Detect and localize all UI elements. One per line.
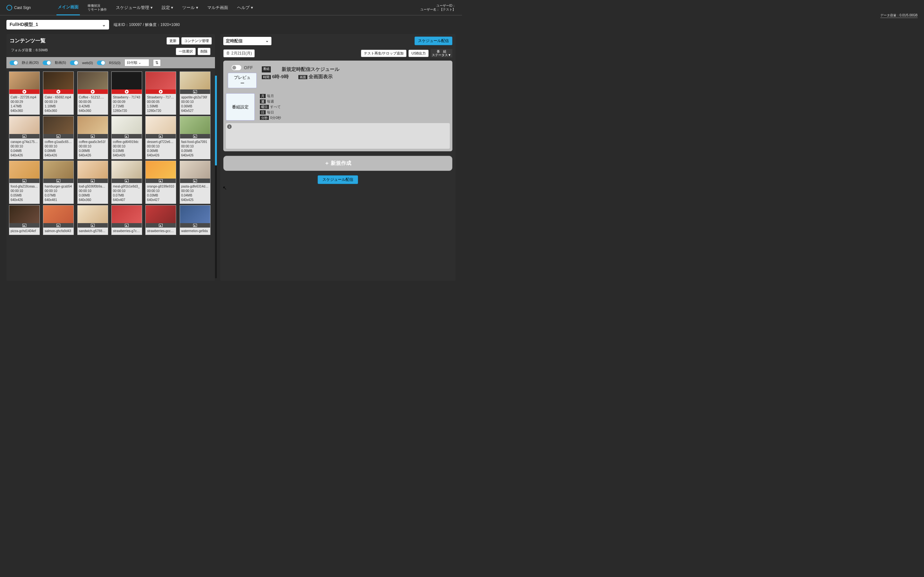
content-card[interactable]: canape-g74a175e300:00:100.04MB640x426 [9, 116, 40, 159]
content-card[interactable]: watermelon-ge9da [180, 205, 210, 235]
content-card[interactable]: coffee-gaa5c3e51f00:00:100.08MB640x426 [78, 116, 108, 159]
card-meta: strawberries-g7c8… [111, 227, 142, 235]
thumbnail [180, 205, 210, 223]
content-card[interactable]: coffee-gd64919dc00:00:100.03MB640x426 [111, 116, 142, 159]
content-card[interactable]: Café - 22728.mp400:00:291.47MB640x360 [9, 71, 40, 115]
nav-settings[interactable]: 設定 ▾ [160, 0, 175, 15]
file-name: pizza-gchd1404ef [11, 229, 38, 234]
sort-direction-button[interactable]: ⇅ [153, 59, 161, 66]
program-status-button[interactable]: 番 組 ステータス▼ [431, 49, 452, 57]
file-name: salmon-ghcfa9d43 [45, 229, 72, 234]
still-label: 静止画(20) [22, 60, 39, 65]
still-toggle[interactable] [10, 61, 18, 65]
nav-main[interactable]: メイン画面 [57, 0, 80, 15]
schedule-panel: 定時配信⌄ スケジュール配信 🗓 2月21日(月) テスト再生/テロップ追加 U… [220, 34, 456, 281]
update-button[interactable]: 更新 [166, 37, 179, 45]
date-value: 2月21日(月) [231, 51, 252, 56]
content-card[interactable]: orange-g8199e91000:00:100.03MB640x427 [145, 161, 176, 204]
content-card[interactable]: dessert-gf722e69…00:00:100.06MB640x426 [145, 116, 176, 159]
content-card[interactable]: appetite-gb2a736f00:00:100.06MB640x527 [180, 71, 210, 115]
nav-tools[interactable]: ツール ▾ [181, 0, 200, 15]
image-icon [111, 134, 142, 139]
content-card[interactable]: pasta-gdfe6314db…00:00:100.04MB640x425 [180, 161, 210, 204]
file-size: 0.07MB [113, 193, 141, 198]
delete-button[interactable]: 削除 [198, 48, 210, 55]
nav-schedule[interactable]: スケジュール管理 ▾ [115, 0, 154, 15]
dimensions: 1280x720 [113, 109, 141, 113]
nav-status[interactable]: 稼働状況 リモート操作 [86, 0, 108, 16]
program-name: 新規定時配信スケジュール [282, 66, 339, 73]
web-toggle[interactable] [70, 61, 78, 65]
content-drop-zone[interactable]: 1 [226, 123, 450, 149]
schedule-delivery-button[interactable]: スケジュール配信 [415, 37, 452, 45]
cursor-icon: ↖ [223, 185, 227, 191]
movie-toggle[interactable] [43, 61, 51, 65]
program-settings-button[interactable]: 番組設定 [226, 93, 255, 121]
image-icon [9, 134, 39, 139]
content-manage-button[interactable]: コンテンツ管理 [181, 37, 212, 45]
dimensions: 640x426 [113, 153, 141, 158]
content-card[interactable]: Strawberry - 7174300:00:092.71MB1280x720 [111, 71, 142, 115]
thumbnail [180, 116, 210, 134]
thumbnail [9, 205, 39, 223]
content-card[interactable]: pizza-gchd1404ef [9, 205, 40, 235]
usb-output-button[interactable]: USB出力 [409, 50, 429, 57]
new-schedule-button[interactable]: ＋ 新規作成 [223, 156, 452, 171]
content-card[interactable]: fast-food-g5a709100:00:100.05MB640x426 [180, 116, 210, 159]
card-meta: orange-g8199e91000:00:100.03MB640x427 [145, 183, 176, 203]
file-name: Strawberry - 71743 [113, 95, 141, 100]
content-card[interactable]: coffee-g1aa5c658…00:00:100.08MB640x426 [43, 116, 74, 159]
content-card[interactable]: loaf-g5036f0b9a_…00:00:100.08MB640x360 [78, 161, 108, 204]
scrollbar-thumb[interactable] [215, 76, 217, 165]
dimensions: 640x407 [113, 198, 141, 202]
content-card[interactable]: salmon-ghcfa9d43 [43, 205, 74, 235]
card-meta: Café - 22728.mp400:00:291.47MB640x360 [9, 94, 39, 114]
content-card[interactable]: food-gfa218ceaa_…00:00:100.05MB640x426 [9, 161, 40, 204]
card-meta: loaf-g5036f0b9a_…00:00:100.08MB640x360 [78, 183, 108, 203]
preview-button[interactable]: プレビュー [228, 73, 257, 88]
date-picker[interactable]: 🗓 2月21日(月) [223, 49, 255, 57]
file-size: 1.47MB [11, 104, 38, 109]
dimensions: 640x527 [181, 109, 209, 113]
content-card[interactable]: strawberries-gcc0… [145, 205, 176, 235]
card-meta: Strawberry - 7174300:00:092.71MB1280x720 [111, 94, 142, 114]
schedule-delivery-button-bottom[interactable]: スケジュール配信 [318, 175, 358, 184]
content-card[interactable]: Cake - 65692.mp400:00:191.18MB640x360 [43, 71, 74, 115]
duration: 00:00:10 [147, 189, 174, 193]
subheader: FullHD横型_1 ⌄ 端末ID：100097 / 解像度：1920×1080 [0, 15, 462, 34]
image-icon [111, 179, 142, 183]
duration: 00:00:05 [147, 100, 174, 104]
duration: 00:00:10 [147, 144, 174, 149]
content-card[interactable]: meal-g9f1b1e8d3_00:00:100.07MB640x407 [111, 161, 142, 204]
file-size: 0.04MB [11, 149, 38, 153]
folder-line: フォルダ容量：8.59MB 一括選択 削除 [6, 48, 215, 57]
image-icon [78, 179, 108, 183]
app-header: Cast Sign メイン画面 稼働状況 リモート操作 スケジュール管理 ▾ 設… [0, 0, 462, 15]
card-meta: coffee-g1aa5c658…00:00:100.08MB640x426 [43, 139, 73, 159]
content-card[interactable]: Strawberry - 7174…00:00:051.59MB1280x720 [145, 71, 176, 115]
device-select[interactable]: FullHD横型_1 ⌄ [6, 20, 109, 29]
bulk-select-button[interactable]: 一括選択 [176, 48, 196, 55]
content-card[interactable]: hamburger-gcab5400:00:100.07MB640x481 [43, 161, 74, 204]
sort-label: 日付順 [127, 61, 137, 64]
content-card[interactable]: strawberries-g7c8… [111, 205, 142, 235]
file-name: canape-g74a175e3 [11, 140, 38, 144]
dimensions: 640x426 [79, 153, 107, 158]
delivery-select[interactable]: 定時配信⌄ [223, 37, 271, 45]
scrollbar-track[interactable] [215, 76, 217, 278]
file-size: 0.07MB [45, 193, 72, 198]
test-play-button[interactable]: テスト再生/テロップ追加 [361, 50, 407, 57]
image-icon [78, 134, 108, 139]
thumbnail [145, 161, 176, 179]
card-meta: fast-food-g5a709100:00:100.05MB640x426 [180, 139, 210, 159]
nav-multi[interactable]: マルチ画面 [206, 0, 229, 15]
on-off-switch[interactable]: OFF [232, 65, 253, 70]
rss-toggle[interactable] [97, 61, 105, 65]
nav-help[interactable]: ヘルプ ▾ [236, 0, 254, 15]
content-card[interactable]: sandwich-g5788a… [78, 205, 108, 235]
sort-select[interactable]: 日付順 ⌄ [124, 59, 149, 66]
card-meta: canape-g74a175e300:00:100.04MB640x426 [9, 139, 39, 159]
thumbnail [43, 72, 73, 89]
content-card[interactable]: Coffee - 51212.mp…00:00:050.42MB640x360 [78, 71, 108, 115]
duration: 00:00:19 [45, 100, 72, 104]
